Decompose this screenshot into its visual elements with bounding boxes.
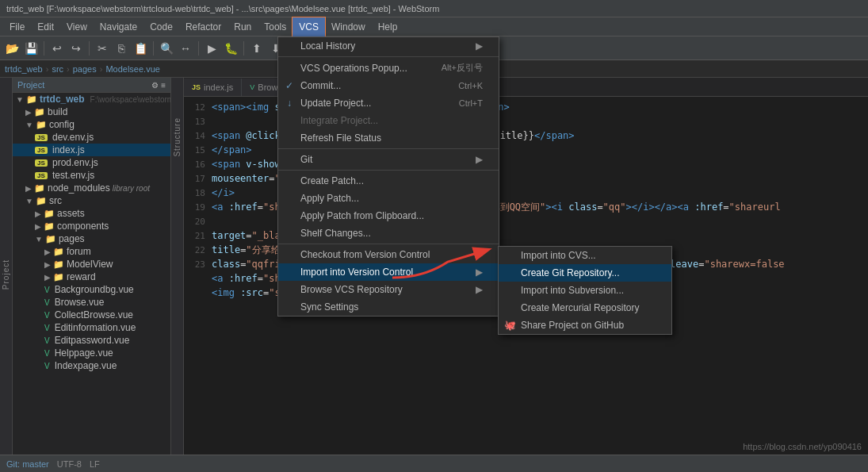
structure-label: Structure (173, 117, 182, 157)
tree-reward[interactable]: ▶ 📁 reward (13, 271, 170, 283)
breadcrumb-src[interactable]: src (52, 64, 63, 74)
tree-indexpage-name: Indexpage.vue (55, 360, 117, 371)
tree-editpassword[interactable]: V Editpassword.vue (13, 334, 170, 347)
status-branch: Git: master (6, 459, 49, 469)
toolbar-debug-btn[interactable]: 🐛 (222, 40, 239, 57)
menu-file[interactable]: File (3, 17, 31, 36)
tree-pages-name: pages (59, 233, 85, 244)
menu-vcs[interactable]: VCS (293, 17, 325, 36)
menu-run[interactable]: Run (228, 17, 258, 36)
breadcrumb-file[interactable]: Modelsee.vue (105, 64, 160, 74)
tree-editpassword-name: Editpassword.vue (55, 335, 130, 346)
tree-index-js[interactable]: JS index.js (13, 144, 170, 156)
breadcrumb-project[interactable]: trtdc_web (5, 64, 43, 74)
menu-view[interactable]: View (60, 17, 94, 36)
vcs-integrate[interactable]: Integrate Project... (278, 112, 499, 129)
vcs-create-patch[interactable]: Create Patch... (278, 172, 499, 190)
vcs-commit[interactable]: ✓ Commit... Ctrl+K (278, 77, 499, 94)
import-cvs[interactable]: Import into CVS... (499, 247, 671, 264)
vcs-shelf-changes[interactable]: Shelf Changes... (278, 224, 499, 242)
status-encoding: UTF-8 (57, 459, 82, 469)
tree-test-env[interactable]: JS test.env.js (13, 169, 170, 182)
share-github[interactable]: 🐙 Share Project on GitHub (499, 317, 671, 334)
vcs-sep3 (278, 170, 499, 171)
menu-window[interactable]: Window (325, 17, 372, 36)
tree-node-modules[interactable]: ▶ 📁 node_modules library root (13, 182, 170, 194)
tree-browse[interactable]: V Browse.vue (13, 296, 170, 309)
tree-helppage[interactable]: V Helppage.vue (13, 347, 170, 359)
tree-modelview-arrow: ▶ (44, 260, 51, 269)
vcs-git[interactable]: Git ▶ (278, 151, 499, 168)
tab-index-js[interactable]: JS index.js (184, 79, 242, 96)
vcs-update[interactable]: ↓ Update Project... Ctrl+T (278, 94, 499, 112)
toolbar-vcs-btn[interactable]: ⬆ (248, 40, 266, 57)
vcs-browse[interactable]: Browse VCS Repository ▶ (278, 281, 499, 298)
tree-test-env-name: test.env.js (52, 170, 94, 181)
create-git-repo[interactable]: Create Git Repository... (499, 264, 671, 282)
menu-code[interactable]: Code (143, 17, 179, 36)
menu-help[interactable]: Help (372, 17, 404, 36)
status-bar: Git: master UTF-8 LF (0, 455, 868, 472)
sidebar: Project ⚙ ≡ ▼ 📁 trtdc_web F:\workspace\w… (13, 78, 171, 472)
vcs-apply-patch-clipboard[interactable]: Apply Patch from Clipboard... (278, 207, 499, 224)
toolbar-copy-btn[interactable]: ⎘ (113, 40, 130, 57)
project-panel-label[interactable]: Project (0, 78, 13, 472)
tree-node-modules-lib: library root (113, 184, 150, 193)
tree-root[interactable]: ▼ 📁 trtdc_web F:\workspace\webstorm\trtc… (13, 93, 170, 106)
toolbar-search-btn[interactable]: 🔍 (158, 40, 175, 57)
tree-src[interactable]: ▼ 📁 src (13, 194, 170, 207)
tree-assets[interactable]: ▶ 📁 assets (13, 207, 170, 220)
menu-navigate[interactable]: Navigate (94, 17, 143, 36)
vcs-refresh[interactable]: Refresh File Status (278, 129, 499, 147)
menu-edit[interactable]: Edit (31, 17, 60, 36)
toolbar-cut-btn[interactable]: ✂ (94, 40, 111, 57)
create-mercurial[interactable]: Create Mercurial Repository (499, 299, 671, 317)
tree-prod-env[interactable]: JS prod.env.js (13, 156, 170, 169)
vcs-local-history[interactable]: Local History ▶ (278, 37, 499, 55)
tree-pages[interactable]: ▼ 📁 pages (13, 232, 170, 245)
tree-build[interactable]: ▶ 📁 build (13, 106, 170, 118)
vcs-checkout[interactable]: Checkout from Version Control ▶ (278, 246, 499, 263)
tree-dev-env[interactable]: JS dev.env.js (13, 131, 170, 144)
vcs-apply-patch[interactable]: Apply Patch... (278, 190, 499, 207)
vcs-sync[interactable]: Sync Settings (278, 298, 499, 316)
tree-index-js-icon: JS (35, 147, 48, 154)
menu-tools[interactable]: Tools (258, 17, 293, 36)
vcs-import[interactable]: Import into Version Control ▶ (278, 263, 499, 281)
tree-assets-arrow: ▶ (35, 209, 41, 218)
tree-editinformation[interactable]: V Editinformation.vue (13, 321, 170, 334)
sidebar-project-name: Project (17, 80, 44, 90)
tree-components[interactable]: ▶ 📁 components (13, 220, 170, 232)
vcs-sep2 (278, 148, 499, 149)
toolbar-run-btn[interactable]: ▶ (203, 40, 220, 57)
tree-components-arrow: ▶ (35, 222, 41, 231)
toolbar-open-btn[interactable]: 📂 (3, 40, 21, 57)
structure-panel[interactable]: Structure (171, 78, 184, 472)
tree-forum[interactable]: ▶ 📁 forum (13, 245, 170, 258)
toolbar-sep1 (44, 41, 44, 56)
tree-collectbrowse[interactable]: V CollectBrowse.vue (13, 309, 170, 321)
toolbar-save-btn[interactable]: 💾 (22, 40, 40, 57)
vcs-operations-popup[interactable]: VCS Operations Popup... Alt+反引号 (278, 59, 499, 77)
tree-indexpage-icon: V (44, 362, 50, 370)
tree-components-name: components (57, 221, 109, 232)
toolbar-undo-btn[interactable]: ↩ (48, 40, 66, 57)
toolbar-redo-btn[interactable]: ↪ (67, 40, 85, 57)
sidebar-controls[interactable]: ⚙ ≡ (151, 81, 166, 90)
tree-modelview[interactable]: ▶ 📁 ModelView (13, 258, 170, 271)
toolbar-paste-btn[interactable]: 📋 (132, 40, 149, 57)
toolbar-replace-btn[interactable]: ↔ (177, 40, 194, 57)
tree-root-icon: 📁 (26, 94, 37, 105)
menu-refactor[interactable]: Refactor (179, 17, 228, 36)
tree-build-name: build (48, 106, 67, 117)
tree-build-arrow: ▶ (25, 108, 32, 117)
tree-indexpage[interactable]: V Indexpage.vue (13, 359, 170, 372)
tree-backgroundbg[interactable]: V Backgroundbg.vue (13, 283, 170, 296)
toolbar-sep3 (153, 41, 154, 56)
title-bar: trtdc_web [F:\workspace\webstorm\trtclou… (0, 0, 868, 17)
tree-components-icon: 📁 (44, 221, 55, 232)
tree-forum-arrow: ▶ (44, 248, 51, 256)
tree-config[interactable]: ▼ 📁 config (13, 118, 170, 131)
breadcrumb-pages[interactable]: pages (73, 64, 97, 74)
import-svn[interactable]: Import into Subversion... (499, 282, 671, 299)
